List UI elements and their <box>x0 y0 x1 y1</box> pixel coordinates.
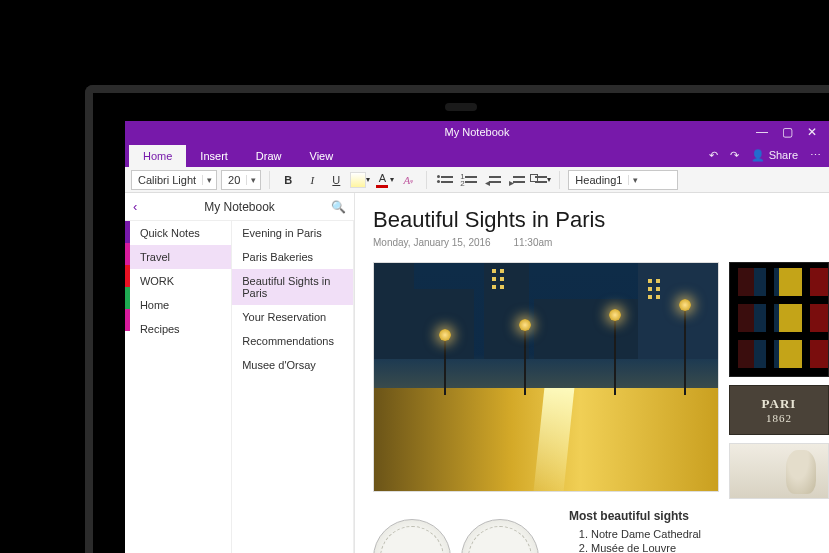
page-title[interactable]: Beautiful Sights in Paris <box>373 207 829 233</box>
bezel: My Notebook — ▢ ✕ Home Insert Draw View … <box>93 93 829 553</box>
undo-button[interactable]: ↶ <box>709 149 718 162</box>
section-home[interactable]: Home <box>130 293 231 317</box>
close-button[interactable]: ✕ <box>807 125 817 139</box>
ribbon-tabs: Home Insert Draw View ↶ ↷ 👤 Share ⋯ <box>125 143 829 167</box>
page-metadata: Monday, January 15, 2016 11:30am <box>373 237 829 248</box>
numbered-list-button[interactable]: 12 <box>459 170 479 190</box>
increase-indent-button[interactable]: ▸ <box>507 170 527 190</box>
back-button[interactable]: ‹ <box>133 199 137 214</box>
share-button[interactable]: 👤 Share <box>751 149 798 162</box>
tab-home[interactable]: Home <box>129 145 186 167</box>
coins-images: AU NOM DU PEUPLE FRATERNITE <box>373 519 539 553</box>
section-work[interactable]: WORK <box>130 269 231 293</box>
font-color-button[interactable]: ▾ <box>374 170 394 190</box>
window-title: My Notebook <box>445 126 510 138</box>
page-item[interactable]: Recommendations <box>232 329 353 353</box>
italic-button[interactable]: I <box>302 170 322 190</box>
sections-list: Quick Notes Travel WORK Home Recipes <box>130 221 232 553</box>
font-size-combo[interactable]: 20 ▾ <box>221 170 261 190</box>
indent-icon: ▸ <box>509 173 525 187</box>
style-value: Heading1 <box>569 174 628 186</box>
highlight-button[interactable]: ▾ <box>350 170 370 190</box>
page-canvas[interactable]: Beautiful Sights in Paris Monday, Januar… <box>355 193 829 553</box>
font-size-value: 20 <box>222 174 246 186</box>
checklist-button[interactable]: ▾ <box>531 170 551 190</box>
numbered-list-icon: 12 <box>461 173 477 187</box>
style-combo[interactable]: Heading1 ▾ <box>568 170 678 190</box>
section-recipes[interactable]: Recipes <box>130 317 231 341</box>
font-name-value: Calibri Light <box>132 174 202 186</box>
page-time: 11:30am <box>513 237 552 248</box>
clear-formatting-button[interactable]: Aᵩ <box>398 170 418 190</box>
page-date: Monday, January 15, 2016 <box>373 237 491 248</box>
chevron-down-icon: ▾ <box>628 175 642 185</box>
navigation-panel: ‹ My Notebook 🔍 Quick Not <box>125 193 355 553</box>
sight-item[interactable]: Notre Dame Cathedral <box>591 527 701 541</box>
image-statue[interactable] <box>729 443 829 499</box>
highlight-icon <box>350 172 366 188</box>
section-quick-notes[interactable]: Quick Notes <box>130 221 231 245</box>
user-icon: 👤 <box>751 149 765 162</box>
chevron-down-icon: ▾ <box>246 175 260 185</box>
sight-item[interactable]: Musée de Louvre <box>591 541 701 553</box>
workspace: ‹ My Notebook 🔍 Quick Not <box>125 193 829 553</box>
image-gallery: PARI 1862 <box>373 262 829 499</box>
formatting-toolbar: Calibri Light ▾ 20 ▾ B I U ▾ ▾ Aᵩ 12 ◂ ▸ <box>125 167 829 193</box>
image-coin-2[interactable]: FRATERNITE <box>461 519 539 553</box>
page-item[interactable]: Evening in Paris <box>232 221 353 245</box>
sights-list-block[interactable]: Most beautiful sights Notre Dame Cathedr… <box>569 509 701 553</box>
chevron-down-icon: ▾ <box>202 175 216 185</box>
section-travel[interactable]: Travel <box>130 245 231 269</box>
titlebar: My Notebook — ▢ ✕ <box>125 121 829 143</box>
image-paris-street[interactable] <box>373 262 719 492</box>
font-color-icon <box>374 172 390 188</box>
page-item[interactable]: Paris Bakeries <box>232 245 353 269</box>
pages-list: Evening in Paris Paris Bakeries Beautifu… <box>232 221 354 553</box>
camera-notch <box>445 103 477 111</box>
tab-insert[interactable]: Insert <box>186 145 242 167</box>
bold-button[interactable]: B <box>278 170 298 190</box>
share-label: Share <box>769 149 798 161</box>
image-stained-glass[interactable] <box>729 262 829 377</box>
notebook-header: ‹ My Notebook 🔍 <box>125 193 354 221</box>
bullet-list-button[interactable] <box>435 170 455 190</box>
page-item[interactable]: Your Reservation <box>232 305 353 329</box>
sights-heading: Most beautiful sights <box>569 509 701 523</box>
font-name-combo[interactable]: Calibri Light ▾ <box>131 170 217 190</box>
maximize-button[interactable]: ▢ <box>782 125 793 139</box>
outdent-icon: ◂ <box>485 173 501 187</box>
plaque-text-1: PARI <box>762 396 797 412</box>
image-coin-1[interactable]: AU NOM DU PEUPLE <box>373 519 451 553</box>
image-plaque[interactable]: PARI 1862 <box>729 385 829 435</box>
minimize-button[interactable]: — <box>756 125 768 139</box>
plaque-text-2: 1862 <box>766 412 792 424</box>
redo-button[interactable]: ↷ <box>730 149 739 162</box>
decrease-indent-button[interactable]: ◂ <box>483 170 503 190</box>
notebook-title: My Notebook <box>204 200 275 214</box>
device-frame: My Notebook — ▢ ✕ Home Insert Draw View … <box>85 85 829 553</box>
page-item[interactable]: Beautiful Sights in Paris <box>232 269 353 305</box>
tab-draw[interactable]: Draw <box>242 145 296 167</box>
checkbox-icon <box>531 173 547 187</box>
more-icon[interactable]: ⋯ <box>810 149 821 162</box>
bullet-list-icon <box>437 173 453 187</box>
app-window: My Notebook — ▢ ✕ Home Insert Draw View … <box>125 121 829 553</box>
underline-button[interactable]: U <box>326 170 346 190</box>
tab-view[interactable]: View <box>296 145 348 167</box>
page-item[interactable]: Musee d'Orsay <box>232 353 353 377</box>
search-button[interactable]: 🔍 <box>331 200 346 214</box>
